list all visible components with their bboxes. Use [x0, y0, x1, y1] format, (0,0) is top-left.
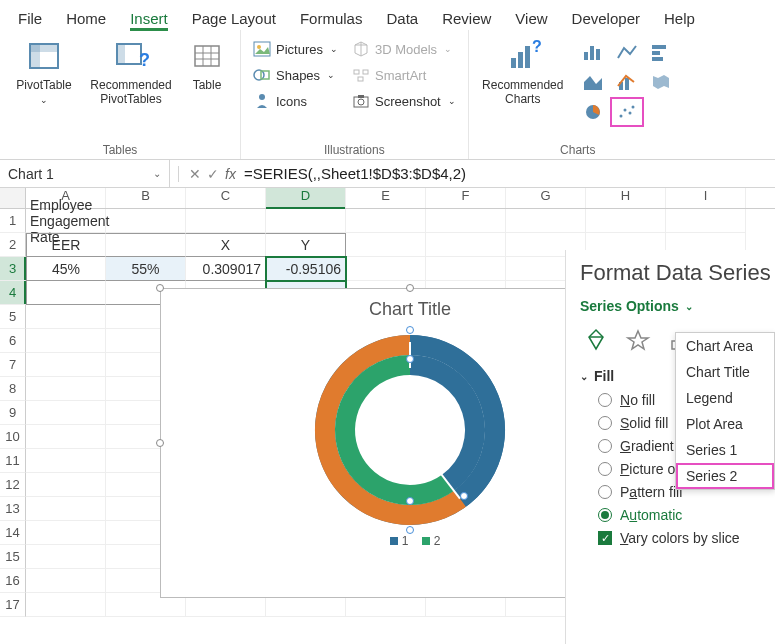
cell-D1[interactable] [266, 209, 346, 233]
resize-handle[interactable] [156, 439, 164, 447]
menu-page-layout[interactable]: Page Layout [192, 10, 276, 27]
pivottable-button[interactable]: PivotTable⌄ [8, 36, 80, 109]
row-17[interactable]: 17 [0, 593, 26, 617]
formula-input[interactable]: =SERIES(,,Sheet1!$D$3:$D$4,2) [244, 165, 466, 182]
recommended-charts-button[interactable]: ? Recommended Charts [477, 36, 569, 109]
dropdown-item-series-1[interactable]: Series 1 [676, 437, 774, 463]
cell-B3[interactable]: 55% [106, 257, 186, 281]
cell-A14[interactable] [26, 521, 106, 545]
cell-D2[interactable]: Y [266, 233, 346, 257]
col-D[interactable]: D [266, 188, 346, 208]
cell-E1[interactable] [346, 209, 426, 233]
menu-home[interactable]: Home [66, 10, 106, 27]
menu-review[interactable]: Review [442, 10, 491, 27]
smartart-button[interactable]: SmartArt [352, 66, 456, 84]
cell-A3[interactable]: 45% [26, 257, 106, 281]
cell-E2[interactable] [346, 233, 426, 257]
cell-F2[interactable] [426, 233, 506, 257]
series-options-dropdown[interactable]: Series Options⌄ [580, 298, 771, 314]
col-F[interactable]: F [426, 188, 506, 208]
menu-developer[interactable]: Developer [572, 10, 640, 27]
cell-C2[interactable]: X [186, 233, 266, 257]
cell-F1[interactable] [426, 209, 506, 233]
menu-help[interactable]: Help [664, 10, 695, 27]
resize-handle[interactable] [406, 284, 414, 292]
series-handle[interactable] [406, 497, 414, 505]
vary-colors-checkbox[interactable]: ✓Vary colors by slice [598, 530, 771, 546]
dropdown-item-legend[interactable]: Legend [676, 385, 774, 411]
series-handle[interactable] [460, 492, 468, 500]
cell-A2[interactable]: EER [26, 233, 106, 257]
series-handle[interactable] [406, 355, 414, 363]
fill-line-tab[interactable] [580, 324, 612, 356]
line-chart-button[interactable] [613, 40, 641, 64]
col-G[interactable]: G [506, 188, 586, 208]
donut-chart[interactable] [310, 330, 510, 530]
cell-A7[interactable] [26, 353, 106, 377]
series-handle[interactable] [406, 526, 414, 534]
map-chart-button[interactable] [647, 70, 675, 94]
cell-B2[interactable] [106, 233, 186, 257]
menu-data[interactable]: Data [386, 10, 418, 27]
cell-D3[interactable]: -0.95106 [266, 257, 346, 281]
fill-automatic[interactable]: Automatic [598, 507, 771, 523]
pictures-button[interactable]: Pictures⌄ [253, 40, 338, 58]
row-5[interactable]: 5 [0, 305, 26, 329]
column-chart-button[interactable] [579, 40, 607, 64]
cancel-icon[interactable]: ✕ [189, 166, 201, 182]
enter-icon[interactable]: ✓ [207, 166, 219, 182]
row-7[interactable]: 7 [0, 353, 26, 377]
dropdown-item-chart-area[interactable]: Chart Area [676, 333, 774, 359]
cell-A10[interactable] [26, 425, 106, 449]
col-C[interactable]: C [186, 188, 266, 208]
col-I[interactable]: I [666, 188, 746, 208]
cell-C1[interactable] [186, 209, 266, 233]
cell-A9[interactable] [26, 401, 106, 425]
cell-A13[interactable] [26, 497, 106, 521]
name-box[interactable]: Chart 1 ⌄ [0, 160, 170, 187]
row-11[interactable]: 11 [0, 449, 26, 473]
cell-A5[interactable] [26, 305, 106, 329]
menu-file[interactable]: File [18, 10, 42, 27]
cell-B1[interactable] [106, 209, 186, 233]
row-15[interactable]: 15 [0, 545, 26, 569]
col-E[interactable]: E [346, 188, 426, 208]
3d-models-button[interactable]: 3D Models⌄ [352, 40, 456, 58]
cell-F3[interactable] [426, 257, 506, 281]
row-8[interactable]: 8 [0, 377, 26, 401]
cell-A8[interactable] [26, 377, 106, 401]
series-handle[interactable] [406, 326, 414, 334]
menu-formulas[interactable]: Formulas [300, 10, 363, 27]
dropdown-item-plot-area[interactable]: Plot Area [676, 411, 774, 437]
dropdown-item-chart-title[interactable]: Chart Title [676, 359, 774, 385]
menu-view[interactable]: View [515, 10, 547, 27]
resize-handle[interactable] [156, 284, 164, 292]
cell-A17[interactable] [26, 593, 106, 617]
dropdown-item-series-2[interactable]: Series 2 [676, 463, 774, 489]
row-6[interactable]: 6 [0, 329, 26, 353]
cell-G1[interactable] [506, 209, 586, 233]
menu-insert[interactable]: Insert [130, 10, 168, 27]
col-B[interactable]: B [106, 188, 186, 208]
cell-E3[interactable] [346, 257, 426, 281]
col-H[interactable]: H [586, 188, 666, 208]
recommended-pivottables-button[interactable]: ? Recommended PivotTables [86, 36, 176, 109]
fx-icon[interactable]: fx [225, 166, 236, 182]
row-12[interactable]: 12 [0, 473, 26, 497]
cell-A11[interactable] [26, 449, 106, 473]
row-13[interactable]: 13 [0, 497, 26, 521]
cell-I1[interactable] [666, 209, 746, 233]
name-box-dropdown-icon[interactable]: ⌄ [153, 168, 161, 179]
select-all-corner[interactable] [0, 188, 26, 208]
cell-A4[interactable] [26, 281, 106, 305]
row-16[interactable]: 16 [0, 569, 26, 593]
scatter-chart-button[interactable] [613, 100, 641, 124]
row-14[interactable]: 14 [0, 521, 26, 545]
row-2[interactable]: 2 [0, 233, 26, 257]
cell-C3[interactable]: 0.309017 [186, 257, 266, 281]
pie-chart-button[interactable] [579, 100, 607, 124]
bar-chart-button[interactable] [647, 40, 675, 64]
row-4[interactable]: 4 [0, 281, 26, 305]
cell-H1[interactable] [586, 209, 666, 233]
effects-tab[interactable] [622, 324, 654, 356]
